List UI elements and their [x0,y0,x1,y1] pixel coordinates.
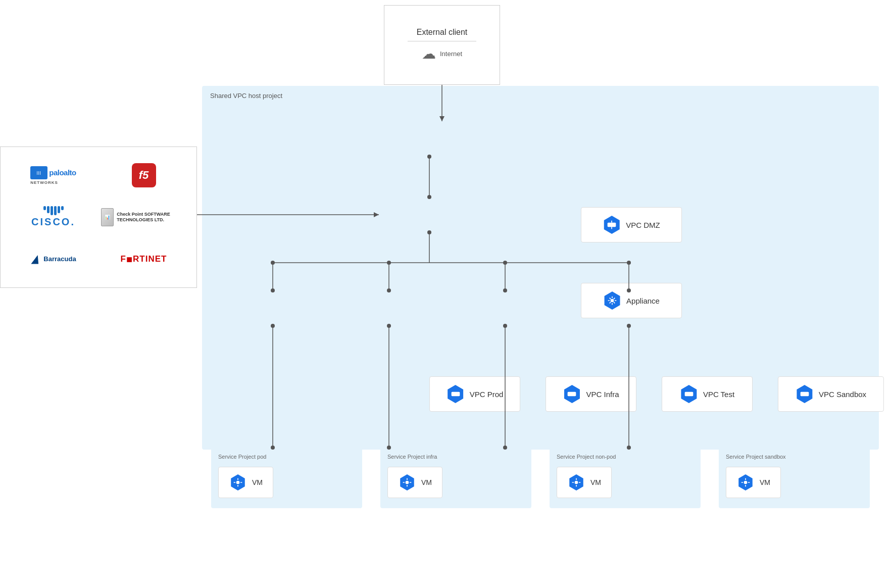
svg-rect-5 [568,392,576,396]
vm-nonpod-icon [567,473,585,492]
vm-pod-node: VM [218,467,273,498]
vendor-box: ||| paloalto NETWORKS f5 [0,146,197,288]
vm-nonpod-label: VM [590,478,601,486]
vpc-infra-node: VPC Infra [546,376,636,412]
appliance-icon [603,291,621,310]
sp-sandbox-title: Service Project sandbox [726,454,863,460]
svg-point-8 [236,481,240,484]
vm-sandbox-icon [736,473,755,492]
vm-sandbox-label: VM [760,478,770,486]
svg-point-10 [575,481,578,484]
vpc-dmz-node: VPC DMZ [581,207,682,242]
vpc-test-label: VPC Test [703,390,734,399]
vpc-dmz-label: VPC DMZ [626,221,660,229]
checkpoint-logo: 📊 Check Point SOFTWARE TECHNOLOGIES LTD. [101,208,186,226]
vm-nonpod-node: VM [557,467,612,498]
vpc-infra-label: VPC Infra [586,390,619,399]
svg-point-3 [611,299,614,303]
vm-infra-icon [398,473,416,492]
paloalto-logo: ||| paloalto NETWORKS [30,166,76,185]
f5-logo: f5 [132,163,156,187]
service-projects-section: Service Project pod VM Service Project i… [202,448,879,508]
service-project-pod: Service Project pod VM [211,448,362,508]
divider [408,41,477,41]
vm-infra-label: VM [421,478,432,486]
sp-infra-title: Service Project infra [387,454,524,460]
vm-pod-icon [229,473,247,492]
vpc-dmz-icon [603,216,621,234]
internet-cloud-icon: ☁ [422,45,436,62]
sp-pod-title: Service Project pod [218,454,355,460]
vpc-sandbox-node: VPC Sandbox [778,376,884,412]
cisco-logo: CISCO. [31,206,75,228]
vpc-sandbox-label: VPC Sandbox [819,390,866,399]
service-project-infra: Service Project infra VM [380,448,531,508]
external-client-box: External client ☁ Internet [384,5,500,85]
shared-vpc-box: Shared VPC host project VPC DMZ Applianc… [202,86,879,450]
shared-vpc-label: Shared VPC host project [210,92,282,100]
appliance-node: Appliance [581,283,682,318]
service-project-nonpod: Service Project non-pod VM [550,448,701,508]
svg-rect-7 [801,392,809,396]
svg-rect-4 [451,392,460,396]
vm-pod-label: VM [252,478,263,486]
external-client-title: External client [417,28,468,37]
vpc-infra-icon [563,385,581,403]
fortinet-logo: F◼RTINET [121,254,167,264]
sp-nonpod-title: Service Project non-pod [557,454,694,460]
appliance-label: Appliance [626,297,660,305]
vpc-prod-label: VPC Prod [470,390,504,399]
barracuda-logo: Barracuda [30,254,76,265]
vpc-prod-node: VPC Prod [429,376,520,412]
vpc-prod-icon [447,385,465,403]
vm-sandbox-node: VM [726,467,781,498]
svg-rect-0 [608,223,616,227]
svg-point-9 [406,481,409,484]
svg-rect-6 [685,392,694,396]
svg-point-11 [744,481,748,484]
vpc-sandbox-icon [796,385,814,403]
vpc-test-icon [680,385,698,403]
diagram-container: ||| paloalto NETWORKS f5 [0,0,891,588]
vpc-test-node: VPC Test [662,376,753,412]
internet-label: Internet [440,50,462,58]
vm-infra-node: VM [387,467,442,498]
service-project-sandbox: Service Project sandbox VM [719,448,870,508]
